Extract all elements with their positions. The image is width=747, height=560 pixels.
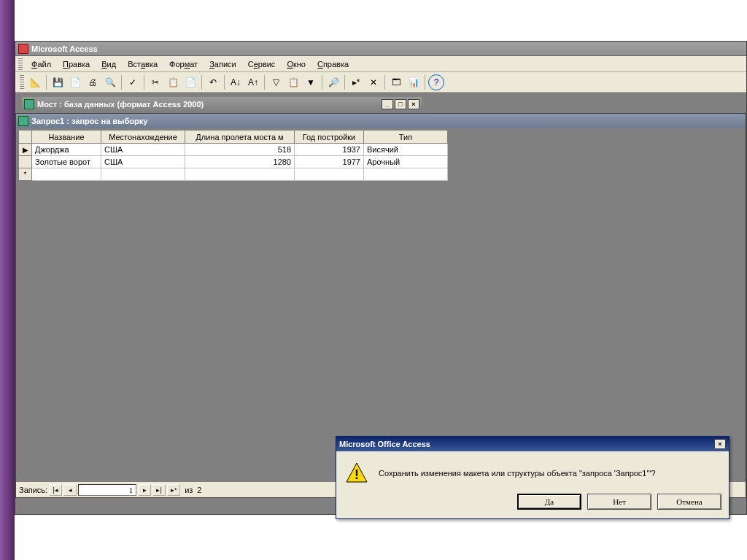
copy-button[interactable]: 📋 [165, 74, 181, 90]
view-button[interactable]: 📐 [27, 74, 43, 90]
menu-window[interactable]: Окно [281, 58, 311, 70]
separator [344, 75, 345, 90]
menu-format[interactable]: Формат [163, 58, 204, 70]
dialog-close-button[interactable]: × [714, 439, 726, 449]
yes-button[interactable]: Да [517, 494, 581, 510]
undo-button[interactable]: ↶ [205, 74, 221, 90]
toolbar-grip[interactable] [20, 75, 24, 90]
nav-prev-button[interactable]: ◂ [63, 484, 77, 496]
nav-new-button[interactable]: ▸* [167, 484, 180, 496]
spellcheck-button[interactable]: ✓ [125, 74, 141, 90]
dialog-body: ! Сохранить изменения макета или структу… [336, 451, 729, 491]
cell[interactable]: Арочный [364, 156, 448, 168]
nav-current-input[interactable] [78, 484, 136, 496]
cell[interactable]: Висячий [364, 144, 448, 156]
save-button[interactable]: 💾 [50, 74, 66, 90]
table-row[interactable]: ▶ Джорджа США 518 1937 Висячий [19, 144, 448, 156]
cell[interactable] [295, 168, 364, 181]
cut-button[interactable]: ✂ [147, 74, 163, 90]
menubar-grip[interactable] [18, 58, 23, 70]
menu-edit[interactable]: Правка [57, 58, 96, 70]
datasheet: Название Местонахождение Длина пролета м… [18, 130, 448, 181]
decorative-strip [0, 0, 15, 560]
query-icon [18, 116, 28, 126]
dialog-message: Сохранить изменения макета или структуры… [379, 469, 656, 478]
cell[interactable] [32, 168, 101, 181]
header-row: Название Местонахождение Длина пролета м… [19, 131, 448, 144]
menubar: Файл Правка Вид Вставка Формат Записи Се… [15, 56, 746, 72]
nav-total: 2 [197, 486, 201, 494]
sort-asc-button[interactable]: A↓ [228, 74, 244, 90]
warning-icon: ! [345, 462, 368, 485]
menu-tools[interactable]: Сервис [242, 58, 282, 70]
access-key-icon [18, 44, 28, 54]
delete-record-button[interactable]: ✕ [365, 74, 382, 90]
paste-button[interactable]: 📄 [182, 74, 198, 90]
find-button[interactable]: 🔎 [325, 74, 341, 90]
app-title: Microsoft Access [31, 44, 98, 53]
db-window-button[interactable]: 🗔 [388, 74, 404, 90]
menu-insert[interactable]: Вставка [122, 58, 163, 70]
cell[interactable]: США [101, 144, 185, 156]
separator [384, 75, 385, 90]
toolbar: 📐 💾 📄 🖨 🔍 ✓ ✂ 📋 📄 ↶ A↓ A↑ ▽ 📋 ▼ 🔎 ▸* ✕ 🗔… [15, 72, 746, 93]
separator [46, 75, 47, 90]
cell[interactable]: 1280 [185, 156, 295, 168]
col-header[interactable]: Год постройки [295, 131, 364, 144]
new-record-button[interactable]: ▸* [348, 74, 364, 90]
nav-first-button[interactable]: |◂ [49, 484, 62, 496]
new-object-button[interactable]: 📊 [406, 74, 422, 90]
menu-file[interactable]: Файл [26, 58, 57, 70]
select-all-corner[interactable] [19, 131, 32, 144]
cell[interactable] [364, 168, 448, 181]
cell[interactable]: США [101, 156, 185, 168]
separator [121, 75, 122, 90]
cell[interactable]: Золотые ворот [32, 156, 101, 168]
print-button[interactable]: 🖨 [85, 74, 101, 90]
nav-last-button[interactable]: ▸| [152, 484, 166, 496]
new-row[interactable]: * [19, 168, 448, 181]
cancel-button[interactable]: Отмена [657, 494, 721, 510]
dialog-titlebar[interactable]: Microsoft Office Access × [336, 437, 729, 451]
menu-view[interactable]: Вид [96, 58, 122, 70]
apply-filter-button[interactable]: ▼ [303, 74, 319, 90]
filter-selection-button[interactable]: ▽ [268, 74, 284, 90]
db-window-titlebar[interactable]: Мост : база данных (формат Access 2000) … [22, 97, 422, 112]
cell[interactable]: Джорджа [32, 144, 101, 156]
filter-form-button[interactable]: 📋 [285, 74, 301, 90]
nav-of-label: из [185, 486, 193, 494]
save-dialog: Microsoft Office Access × ! Сохранить из… [336, 436, 729, 519]
maximize-button[interactable]: □ [395, 99, 406, 109]
minimize-button[interactable]: _ [382, 99, 393, 109]
no-button[interactable]: Нет [587, 494, 651, 510]
separator [425, 75, 425, 90]
col-header[interactable]: Местонахождение [101, 131, 185, 144]
cell[interactable] [185, 168, 295, 181]
separator [144, 75, 144, 90]
menu-records[interactable]: Записи [204, 58, 242, 70]
cell[interactable]: 518 [185, 144, 295, 156]
table-row[interactable]: Золотые ворот США 1280 1977 Арочный [19, 156, 448, 168]
query-window-titlebar[interactable]: Запрос1 : запрос на выборку [16, 114, 746, 128]
row-selector[interactable]: ▶ [19, 144, 32, 156]
new-row-selector[interactable]: * [19, 168, 32, 181]
close-button[interactable]: × [408, 99, 419, 109]
col-header[interactable]: Название [32, 131, 101, 144]
sort-desc-button[interactable]: A↑ [245, 74, 261, 90]
svg-text:!: ! [355, 467, 359, 482]
col-header[interactable]: Тип [364, 131, 448, 144]
row-selector[interactable] [19, 156, 32, 168]
export-button[interactable]: 📄 [67, 74, 83, 90]
col-header[interactable]: Длина пролета моста м [185, 131, 295, 144]
data-grid[interactable]: Название Местонахождение Длина пролета м… [18, 130, 448, 181]
db-window[interactable]: Мост : база данных (формат Access 2000) … [21, 96, 422, 112]
menu-help[interactable]: Справка [311, 58, 355, 70]
cell[interactable]: 1937 [295, 144, 364, 156]
cell[interactable]: 1977 [295, 156, 364, 168]
nav-next-button[interactable]: ▸ [138, 484, 151, 496]
separator [201, 75, 202, 90]
dialog-title: Microsoft Office Access [339, 440, 430, 448]
print-preview-button[interactable]: 🔍 [102, 74, 118, 90]
cell[interactable] [101, 168, 185, 181]
help-button[interactable]: ? [428, 74, 444, 90]
